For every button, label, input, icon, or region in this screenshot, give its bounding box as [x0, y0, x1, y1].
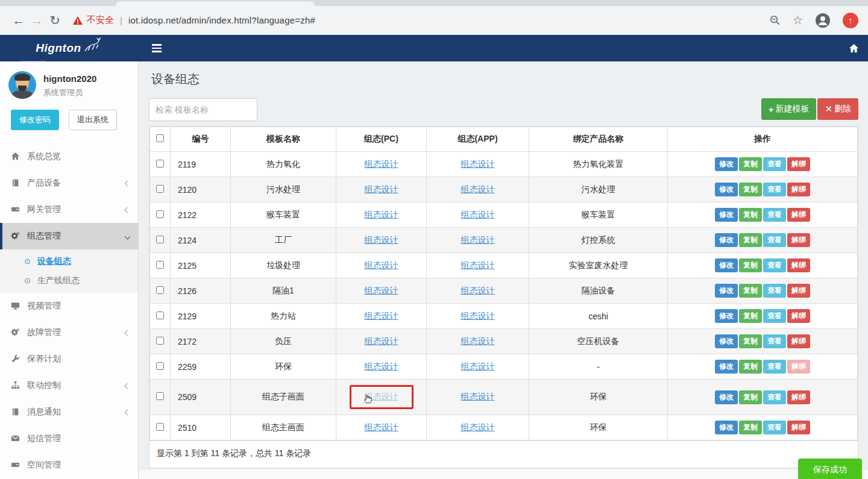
- edit-button[interactable]: 修改: [715, 421, 738, 434]
- menu-toggle-icon[interactable]: [148, 40, 165, 56]
- row-checkbox[interactable]: [156, 392, 164, 400]
- app-config-link[interactable]: 组态设计: [461, 362, 495, 371]
- search-input[interactable]: [149, 98, 257, 121]
- home-icon[interactable]: [849, 43, 859, 54]
- app-config-link[interactable]: 组态设计: [461, 159, 495, 169]
- edit-button[interactable]: 修改: [715, 157, 738, 171]
- copy-button[interactable]: 复制: [739, 390, 762, 404]
- sidebar-item-configuration-management[interactable]: 组态管理: [0, 223, 138, 249]
- unbind-button[interactable]: 解绑: [787, 208, 810, 222]
- bookmark-star-icon[interactable]: ☆: [793, 13, 803, 27]
- reload-icon[interactable]: ↻: [46, 13, 64, 28]
- forward-icon[interactable]: →: [28, 13, 46, 28]
- edit-button[interactable]: 修改: [715, 390, 738, 404]
- unbind-button[interactable]: 解绑: [787, 390, 810, 404]
- copy-button[interactable]: 复制: [739, 360, 762, 374]
- app-config-link[interactable]: 组态设计: [461, 210, 495, 219]
- row-checkbox[interactable]: [156, 210, 164, 218]
- view-button[interactable]: 查看: [763, 258, 786, 272]
- copy-button[interactable]: 复制: [739, 208, 762, 222]
- view-button[interactable]: 查看: [763, 390, 786, 404]
- unbind-button[interactable]: 解绑: [787, 309, 810, 323]
- pc-config-link[interactable]: 组态设计: [365, 235, 398, 245]
- sidebar-subitem-device-configuration[interactable]: ⊙ 设备组态: [0, 252, 138, 271]
- app-config-link[interactable]: 组态设计: [461, 311, 495, 321]
- edit-button[interactable]: 修改: [715, 360, 738, 374]
- sidebar-item-linkage-control[interactable]: 联动控制: [0, 372, 138, 399]
- edit-button[interactable]: 修改: [715, 233, 738, 247]
- unbind-button[interactable]: 解绑: [787, 284, 810, 298]
- row-checkbox[interactable]: [156, 286, 164, 294]
- change-password-button[interactable]: 修改密码: [11, 110, 59, 130]
- browser-update-icon[interactable]: ↑: [843, 13, 858, 28]
- app-config-link[interactable]: 组态设计: [461, 286, 495, 295]
- url-text[interactable]: iot.idosp.net/admin/index.html?language=…: [128, 15, 315, 25]
- view-button[interactable]: 查看: [763, 360, 786, 374]
- security-warning-label[interactable]: 不安全: [87, 14, 114, 26]
- copy-button[interactable]: 复制: [739, 334, 762, 348]
- pc-config-link[interactable]: 组态设计: [365, 422, 398, 432]
- sidebar-item-space-management[interactable]: 空间管理: [0, 452, 138, 478]
- unbind-button[interactable]: 解绑: [787, 233, 810, 247]
- edit-button[interactable]: 修改: [715, 183, 738, 196]
- sidebar-item-sms-management[interactable]: 短信管理: [0, 425, 138, 452]
- unbind-button[interactable]: 解绑: [787, 258, 810, 272]
- zoom-out-icon[interactable]: [769, 14, 781, 26]
- copy-button[interactable]: 复制: [739, 309, 762, 323]
- row-checkbox[interactable]: [156, 312, 164, 319]
- logout-button[interactable]: 退出系统: [69, 110, 117, 130]
- delete-button[interactable]: ✕删除: [817, 98, 858, 120]
- copy-button[interactable]: 复制: [739, 183, 762, 196]
- pc-config-link[interactable]: 组态设计: [365, 362, 398, 371]
- unbind-button[interactable]: 解绑: [787, 421, 810, 434]
- pc-config-link[interactable]: 组态设计: [365, 311, 398, 321]
- pc-config-link[interactable]: 组态设计: [365, 336, 398, 346]
- profile-icon[interactable]: [815, 13, 831, 28]
- edit-button[interactable]: 修改: [715, 334, 738, 348]
- unbind-button[interactable]: 解绑: [787, 183, 810, 196]
- pc-config-link[interactable]: 组态设计: [365, 184, 398, 194]
- pc-config-link[interactable]: 组态设计: [365, 286, 398, 295]
- back-icon[interactable]: ←: [10, 13, 28, 28]
- edit-button[interactable]: 修改: [715, 258, 738, 272]
- edit-button[interactable]: 修改: [715, 208, 738, 222]
- pc-config-link[interactable]: 组态设计: [365, 260, 398, 270]
- sidebar-item-video-management[interactable]: 视频管理: [0, 293, 138, 319]
- app-config-link[interactable]: 组态设计: [461, 392, 495, 401]
- view-button[interactable]: 查看: [763, 233, 786, 247]
- address-bar[interactable]: 不安全 | iot.idosp.net/admin/index.html?lan…: [72, 14, 769, 26]
- new-template-button[interactable]: +新建模板: [761, 98, 817, 120]
- view-button[interactable]: 查看: [763, 334, 786, 348]
- row-checkbox[interactable]: [156, 261, 164, 269]
- row-checkbox[interactable]: [156, 236, 164, 243]
- sidebar-item-maintenance-plan[interactable]: 保养计划: [0, 346, 138, 372]
- select-all-checkbox[interactable]: [156, 134, 164, 142]
- row-checkbox[interactable]: [156, 423, 164, 431]
- pc-config-link[interactable]: 组态设计: [365, 210, 398, 219]
- unbind-button[interactable]: 解绑: [787, 360, 810, 374]
- copy-button[interactable]: 复制: [739, 258, 762, 272]
- sidebar-item-product-devices[interactable]: 产品设备: [0, 170, 138, 196]
- view-button[interactable]: 查看: [763, 183, 786, 196]
- sidebar-subitem-production-line-configuration[interactable]: ⊙ 生产线组态: [0, 271, 138, 290]
- view-button[interactable]: 查看: [763, 284, 786, 298]
- app-config-link[interactable]: 组态设计: [461, 336, 495, 346]
- browser-tab[interactable]: [116, 1, 315, 6]
- copy-button[interactable]: 复制: [739, 233, 762, 247]
- unbind-button[interactable]: 解绑: [787, 157, 810, 171]
- sidebar-item-fault-management[interactable]: 故障管理: [0, 319, 138, 346]
- view-button[interactable]: 查看: [763, 157, 786, 171]
- row-checkbox[interactable]: [156, 337, 164, 345]
- unbind-button[interactable]: 解绑: [787, 334, 810, 348]
- row-checkbox[interactable]: [156, 160, 164, 167]
- view-button[interactable]: 查看: [763, 309, 786, 323]
- copy-button[interactable]: 复制: [739, 284, 762, 298]
- copy-button[interactable]: 复制: [739, 157, 762, 171]
- row-checkbox[interactable]: [156, 362, 164, 370]
- app-config-link[interactable]: 组态设计: [461, 235, 495, 245]
- sidebar-item-gateway-management[interactable]: 网关管理: [0, 196, 138, 223]
- sidebar-item-message-notification[interactable]: 消息通知: [0, 399, 138, 425]
- edit-button[interactable]: 修改: [715, 284, 738, 298]
- edit-button[interactable]: 修改: [715, 309, 738, 323]
- app-config-link[interactable]: 组态设计: [461, 260, 495, 270]
